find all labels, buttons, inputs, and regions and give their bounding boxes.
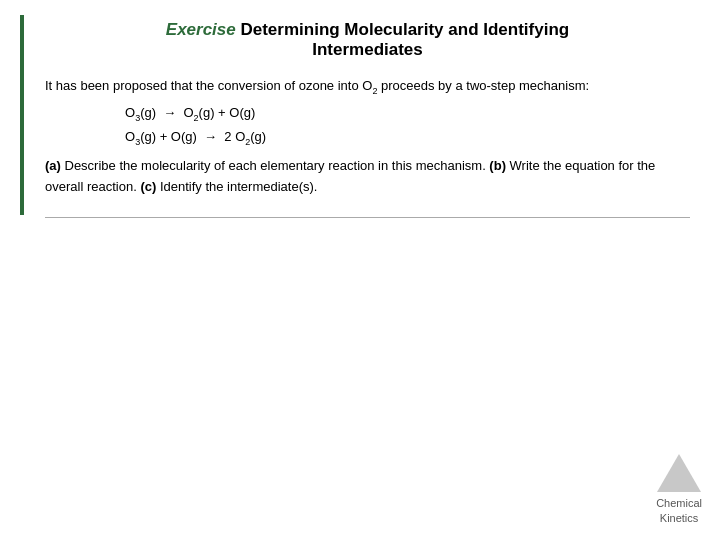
section-divider bbox=[45, 217, 690, 218]
intro-paragraph: It has been proposed that the conversion… bbox=[45, 76, 690, 98]
watermark-container: ChemicalKinetics bbox=[656, 454, 702, 525]
watermark-label: ChemicalKinetics bbox=[656, 496, 702, 525]
question-c-label: (c) bbox=[140, 179, 156, 194]
title-part1: Determining Molecularity and Identifying bbox=[236, 20, 569, 39]
questions-paragraph: (a) Describe the molecularity of each el… bbox=[45, 156, 690, 198]
full-title: Exercise Determining Molecularity and Id… bbox=[45, 20, 690, 60]
title-row1: Exercise Determining Molecularity and Id… bbox=[45, 20, 690, 40]
title-row2: Intermediates bbox=[45, 40, 690, 60]
question-b-label: (b) bbox=[489, 158, 506, 173]
reaction-block: O3(g) → O2(g) + O(g) O3(g) + O(g) → 2 O2… bbox=[125, 102, 690, 150]
exercise-word: Exercise bbox=[166, 20, 236, 39]
left-border-accent bbox=[20, 15, 24, 215]
watermark-triangle-icon bbox=[657, 454, 701, 492]
main-content: It has been proposed that the conversion… bbox=[45, 76, 690, 197]
page-container: Exercise Determining Molecularity and Id… bbox=[0, 0, 720, 540]
question-a-label: (a) bbox=[45, 158, 61, 173]
reaction-2: O3(g) + O(g) → 2 O2(g) bbox=[125, 126, 690, 150]
reaction-1: O3(g) → O2(g) + O(g) bbox=[125, 102, 690, 126]
